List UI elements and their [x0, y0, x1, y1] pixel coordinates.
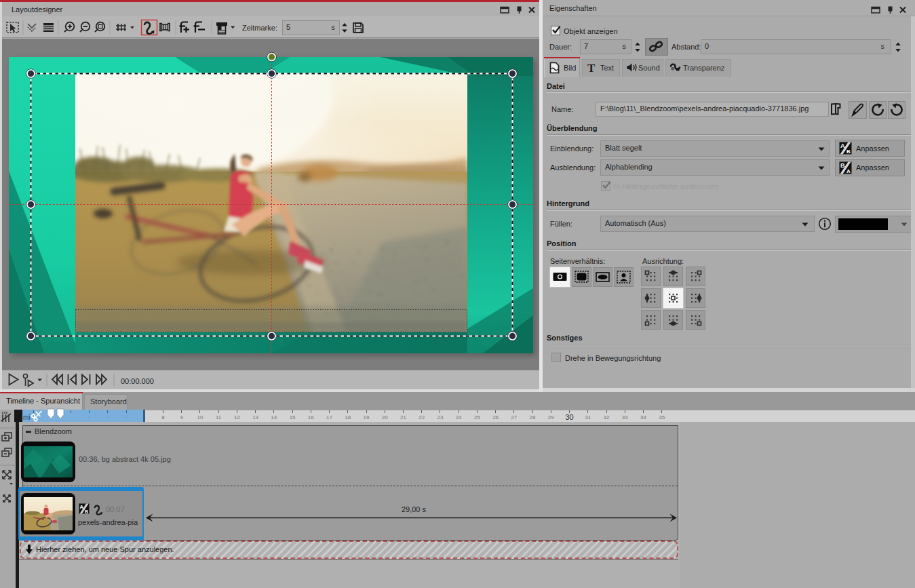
svg-text:B: B [85, 509, 88, 514]
svg-text:B: B [846, 149, 851, 155]
svg-text:A: A [80, 504, 84, 510]
svg-text:A: A [840, 142, 845, 149]
svg-text:A: A [846, 168, 851, 174]
svg-text:B: B [840, 162, 845, 169]
